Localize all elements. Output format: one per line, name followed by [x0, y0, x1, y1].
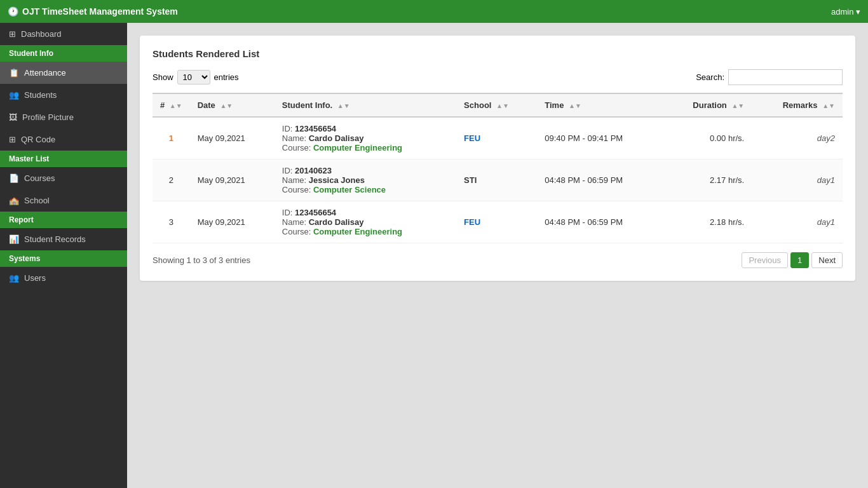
cell-remarks: day2 [752, 117, 843, 159]
sidebar-item-label: Student Records [24, 234, 86, 244]
cell-time: 04:48 PM - 06:59 PM [537, 159, 662, 201]
brand: 🕐 OJT TimeSheet Management System [8, 6, 178, 17]
search-box: Search: [696, 69, 843, 85]
sidebar-item-label: Attendance [24, 68, 66, 78]
student-id: ID: 123456654 [282, 208, 449, 217]
sidebar-item-label: Users [24, 273, 46, 283]
card-title: Students Rendered List [153, 48, 843, 59]
table-controls: Show 10 25 50 100 entries Search: [153, 69, 843, 85]
table-body: 1 May 09,2021 ID: 123456654 Name: Cardo … [153, 117, 843, 243]
col-date[interactable]: Date ▲▼ [190, 93, 275, 117]
cell-num: 2 [153, 159, 190, 201]
sidebar-item-courses[interactable]: 📄 Courses [0, 167, 127, 189]
cell-time: 09:40 PM - 09:41 PM [537, 117, 662, 159]
table-row: 1 May 09,2021 ID: 123456654 Name: Cardo … [153, 117, 843, 159]
students-table: # ▲▼ Date ▲▼ Student Info. ▲▼ School ▲▼ [153, 93, 843, 243]
student-course: Course: Computer Engineering [282, 143, 449, 152]
section-student-info: Student Info [0, 45, 127, 62]
sidebar-item-label: School [24, 196, 50, 205]
student-course: Course: Computer Engineering [282, 227, 449, 236]
sidebar-item-school[interactable]: 🏫 School [0, 189, 127, 212]
cell-date: May 09,2021 [190, 117, 275, 159]
pagination-area: Showing 1 to 3 of 3 entries Previous 1 N… [153, 252, 843, 268]
search-input[interactable] [728, 69, 843, 85]
sidebar-item-attendance[interactable]: 📋 Attendance [0, 62, 127, 84]
search-label: Search: [696, 72, 724, 82]
students-icon: 👥 [9, 90, 19, 100]
col-school[interactable]: School ▲▼ [456, 93, 537, 117]
previous-button[interactable]: Previous [742, 252, 788, 268]
cell-school: FEU [456, 117, 537, 159]
cell-school: FEU [456, 201, 537, 243]
cell-duration: 2.18 hr/s. [662, 201, 752, 243]
sidebar-item-label: QR Code [21, 135, 55, 144]
sidebar-item-label: Profile Picture [22, 112, 74, 122]
dashboard-icon: ⊞ [9, 29, 16, 39]
courses-icon: 📄 [9, 173, 19, 183]
student-id: ID: 20140623 [282, 166, 449, 175]
profile-icon: 🖼 [9, 112, 17, 122]
sidebar-item-label: Students [24, 90, 57, 100]
cell-school: STI [456, 159, 537, 201]
showing-text: Showing 1 to 3 of 3 entries [153, 255, 250, 265]
main-content: Students Rendered List Show 10 25 50 100… [127, 23, 868, 488]
school-icon: 🏫 [9, 196, 19, 205]
student-id: ID: 123456654 [282, 124, 449, 133]
table-row: 3 May 09,2021 ID: 123456654 Name: Cardo … [153, 201, 843, 243]
sidebar-item-label: Dashboard [21, 29, 62, 39]
sidebar-item-qr-code[interactable]: ⊞ QR Code [0, 128, 127, 151]
attendance-icon: 📋 [9, 68, 19, 78]
users-icon: 👥 [9, 273, 19, 283]
cell-num: 1 [153, 117, 190, 159]
show-label: Show [153, 72, 173, 82]
sidebar-item-label: Courses [24, 173, 55, 183]
sidebar-item-users[interactable]: 👥 Users [0, 267, 127, 289]
cell-remarks: day1 [752, 159, 843, 201]
cell-student-info: ID: 123456654 Name: Cardo Dalisay Course… [275, 201, 456, 243]
table-header: # ▲▼ Date ▲▼ Student Info. ▲▼ School ▲▼ [153, 93, 843, 117]
cell-duration: 2.17 hr/s. [662, 159, 752, 201]
cell-time: 04:48 PM - 06:59 PM [537, 201, 662, 243]
top-navbar: 🕐 OJT TimeSheet Management System admin [0, 0, 868, 23]
cell-student-info: ID: 20140623 Name: Jessica Jones Course:… [275, 159, 456, 201]
cell-date: May 09,2021 [190, 159, 275, 201]
records-icon: 📊 [9, 234, 19, 244]
admin-menu[interactable]: admin [831, 7, 860, 17]
entries-select[interactable]: 10 25 50 100 [177, 70, 210, 85]
student-name: Name: Jessica Jones [282, 175, 449, 185]
pagination-buttons: Previous 1 Next [742, 252, 843, 268]
students-rendered-card: Students Rendered List Show 10 25 50 100… [140, 36, 855, 281]
student-name: Name: Cardo Dalisay [282, 217, 449, 227]
cell-remarks: day1 [752, 201, 843, 243]
next-button[interactable]: Next [811, 252, 843, 268]
col-num[interactable]: # ▲▼ [153, 93, 190, 117]
table-row: 2 May 09,2021 ID: 20140623 Name: Jessica… [153, 159, 843, 201]
student-name: Name: Cardo Dalisay [282, 133, 449, 143]
sidebar-item-dashboard[interactable]: ⊞ Dashboard [0, 23, 127, 45]
brand-icon: 🕐 [8, 6, 18, 17]
col-duration[interactable]: Duration ▲▼ [662, 93, 752, 117]
cell-student-info: ID: 123456654 Name: Cardo Dalisay Course… [275, 117, 456, 159]
col-student-info[interactable]: Student Info. ▲▼ [275, 93, 456, 117]
sidebar-item-student-records[interactable]: 📊 Student Records [0, 228, 127, 250]
cell-num: 3 [153, 201, 190, 243]
col-remarks[interactable]: Remarks ▲▼ [752, 93, 843, 117]
section-systems: Systems [0, 250, 127, 267]
layout: ⊞ Dashboard Student Info 📋 Attendance 👥 … [0, 23, 868, 488]
sidebar-item-profile-picture[interactable]: 🖼 Profile Picture [0, 106, 127, 128]
cell-date: May 09,2021 [190, 201, 275, 243]
col-time[interactable]: Time ▲▼ [537, 93, 662, 117]
sidebar-item-students[interactable]: 👥 Students [0, 84, 127, 106]
sidebar: ⊞ Dashboard Student Info 📋 Attendance 👥 … [0, 23, 127, 488]
cell-duration: 0.00 hr/s. [662, 117, 752, 159]
brand-title: OJT TimeSheet Management System [22, 6, 178, 17]
section-master-list: Master List [0, 151, 127, 167]
page-1-button[interactable]: 1 [790, 252, 809, 268]
entries-label: entries [214, 72, 239, 82]
student-course: Course: Computer Science [282, 185, 449, 194]
section-report: Report [0, 212, 127, 228]
show-entries: Show 10 25 50 100 entries [153, 70, 239, 85]
qr-icon: ⊞ [9, 135, 16, 144]
